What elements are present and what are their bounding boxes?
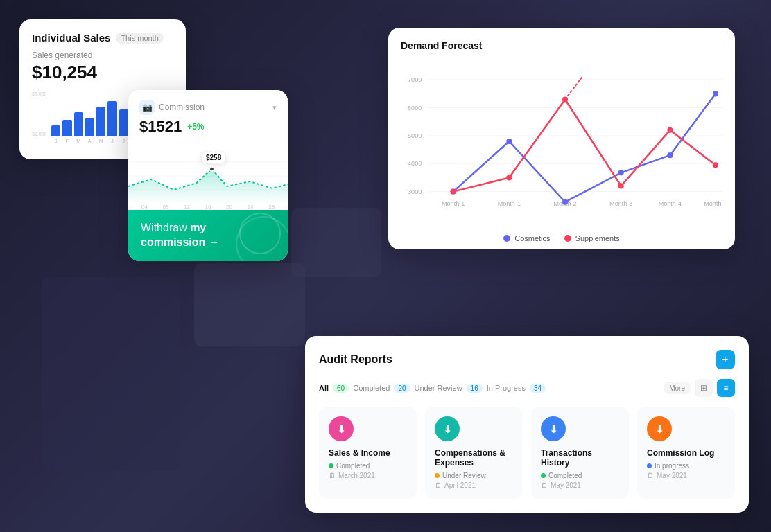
calendar-icon: 🗓 [541, 481, 548, 489]
sales-bar [107, 101, 116, 136]
withdraw-button[interactable]: Withdraw mycommission → [128, 210, 288, 261]
x-label: A [85, 139, 94, 143]
audit-item-name: Compensations & Expenses [435, 448, 513, 468]
legend-supplements-dot [564, 235, 571, 242]
svg-text:Month-1: Month-1 [498, 200, 521, 207]
x-label: M [74, 139, 83, 143]
commission-change: +5% [187, 122, 204, 132]
audit-item-icon: ⬇ [541, 416, 566, 441]
status-dot [435, 473, 440, 478]
filter-all-badge: 60 [333, 384, 349, 393]
svg-text:3000: 3000 [408, 188, 422, 195]
y-label-top: $6,000 [32, 91, 46, 96]
legend-supplements-label: Supplements [575, 234, 620, 242]
svg-point-21 [506, 139, 512, 144]
filter-in-progress[interactable]: In Progress [487, 382, 526, 393]
svg-text:6000: 6000 [408, 105, 422, 112]
x-label: J [119, 139, 128, 143]
svg-point-28 [506, 175, 512, 180]
commission-icon: 📷 [139, 100, 155, 115]
commission-label: Commission [159, 103, 205, 112]
demand-forecast-chart: 7000 6000 5000 4000 3000 Month-1 Month-1… [401, 60, 722, 226]
audit-item-status: In progress [647, 462, 725, 470]
bg-decoration-2 [194, 263, 305, 346]
sales-bar [74, 112, 83, 136]
grid-view-button[interactable]: ⊞ [695, 379, 713, 397]
svg-text:7000: 7000 [408, 76, 422, 83]
audit-item-icon: ⬇ [647, 416, 672, 441]
x-label: J [107, 139, 116, 143]
filter-completed-count: 20 [394, 384, 410, 393]
audit-item-date: 🗓 April 2021 [435, 481, 513, 489]
list-view-button[interactable]: ≡ [717, 379, 735, 397]
audit-item-name: Sales & Income [329, 448, 407, 458]
individual-sales-badge: This month [116, 33, 163, 44]
audit-item[interactable]: ⬇ Sales & Income Completed 🗓 March 2021 [319, 407, 417, 499]
svg-text:5000: 5000 [408, 132, 422, 139]
sales-bar [119, 109, 128, 136]
svg-point-3 [209, 167, 214, 171]
status-dot [329, 463, 333, 468]
audit-add-button[interactable]: + [716, 350, 735, 369]
audit-reports-title: Audit Reports [319, 353, 392, 366]
date-label: May 2021 [657, 472, 687, 479]
svg-point-22 [562, 200, 568, 205]
audit-item-name: Commission Log [647, 448, 725, 458]
audit-item-status: Under Review [435, 472, 513, 479]
audit-item[interactable]: ⬇ Transactions History Completed 🗓 May 2… [531, 407, 629, 499]
commission-amount: $1521 [139, 118, 182, 136]
legend-cosmetics-dot [503, 235, 510, 242]
filter-under-review[interactable]: Under Review [415, 382, 462, 393]
svg-text:Month-3: Month-3 [609, 200, 632, 207]
commission-card: 📷 Commission ▾ $1521 +5% $258 [128, 90, 288, 261]
sales-bar [96, 107, 105, 136]
x-label: F [62, 139, 71, 143]
filter-completed[interactable]: Completed [353, 382, 390, 393]
audit-item-date: 🗓 May 2021 [541, 481, 619, 489]
status-label: Under Review [442, 472, 486, 479]
audit-item-name: Transactions History [541, 448, 619, 468]
svg-point-31 [667, 127, 673, 133]
commission-chevron-icon[interactable]: ▾ [272, 103, 277, 112]
legend-cosmetics: Cosmetics [503, 234, 550, 242]
date-label: May 2021 [551, 481, 581, 489]
audit-item-status: Completed [329, 462, 407, 470]
audit-items-container: ⬇ Sales & Income Completed 🗓 March 2021 … [319, 407, 735, 499]
status-label: Completed [548, 472, 582, 479]
legend-supplements: Supplements [564, 234, 620, 242]
audit-filter-actions: More ⊞ ≡ [664, 379, 735, 397]
commission-chart: $258 [128, 148, 288, 204]
bg-decoration-3 [291, 208, 381, 277]
svg-point-23 [618, 170, 624, 175]
status-label: In progress [655, 462, 689, 470]
svg-point-30 [618, 184, 624, 189]
svg-text:4000: 4000 [408, 160, 422, 167]
audit-item-status: Completed [541, 472, 619, 479]
audit-item-date: 🗓 March 2021 [329, 472, 407, 479]
audit-filter-tabs: All 60 Completed 20 Under Review 16 In P… [319, 382, 546, 393]
sales-label: Sales generated [32, 51, 173, 60]
date-label: March 2021 [338, 472, 375, 479]
sales-bar [51, 125, 60, 136]
audit-item-icon: ⬇ [329, 416, 354, 441]
legend-cosmetics-label: Cosmetics [514, 234, 550, 242]
demand-legend: Cosmetics Supplements [401, 234, 722, 242]
filter-all[interactable]: All [319, 382, 329, 393]
filter-under-review-count: 16 [467, 384, 483, 393]
more-button[interactable]: More [664, 382, 691, 394]
audit-reports-card: Audit Reports + All 60 Completed 20 Unde… [305, 336, 749, 513]
svg-point-27 [451, 189, 456, 195]
calendar-icon: 🗓 [435, 481, 442, 489]
status-label: Completed [336, 462, 370, 470]
svg-text:Month-4: Month-4 [659, 200, 682, 207]
calendar-icon: 🗓 [647, 472, 654, 479]
audit-item[interactable]: ⬇ Commission Log In progress 🗓 May 2021 [637, 407, 735, 499]
status-dot [647, 463, 652, 468]
x-label: J [51, 139, 60, 143]
sales-amount: $10,254 [32, 62, 173, 83]
audit-item[interactable]: ⬇ Compensations & Expenses Under Review … [425, 407, 523, 499]
commission-x-axis: 04 08 12 16 20 24 28 [128, 204, 288, 210]
sales-bar [85, 118, 94, 137]
calendar-icon: 🗓 [329, 472, 336, 479]
status-dot [541, 473, 546, 478]
